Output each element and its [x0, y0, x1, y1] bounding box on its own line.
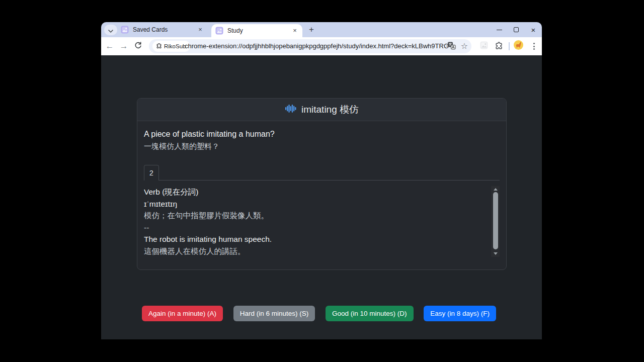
answer-panel: Verb (現在分詞) ɪˈmɪteɪtɪŋ 模仿；在句中指塑膠片假裝像人類。 … — [144, 186, 500, 257]
translate-icon — [447, 41, 456, 52]
new-tab-button[interactable]: + — [305, 24, 317, 36]
answer-tab-2[interactable]: 2 — [144, 165, 159, 180]
extensions-menu-button[interactable] — [494, 42, 503, 51]
bookmark-button[interactable]: ☆ — [460, 42, 469, 51]
answer-line-separator: -- — [144, 222, 487, 234]
extension-favicon-icon — [121, 26, 129, 34]
chevron-down-icon — [108, 26, 113, 35]
minimize-button[interactable] — [491, 22, 508, 37]
avatar-dog-icon — [514, 40, 523, 52]
tab-search-button[interactable] — [104, 25, 117, 35]
question-english: A piece of plastic imitating a human? — [144, 128, 500, 140]
flashcard: imitating 模仿 A piece of plastic imitatin… — [137, 98, 507, 270]
scrollbar-thumb[interactable] — [493, 192, 498, 249]
answer-line: 模仿；在句中指塑膠片假裝像人類。 — [144, 210, 487, 222]
easy-button[interactable]: Easy (in 8 days) (F) — [424, 306, 496, 321]
extension-favicon-icon — [215, 27, 223, 35]
reload-button[interactable] — [132, 40, 144, 52]
toolbar-divider — [509, 42, 510, 50]
answer-scrollbar[interactable] — [491, 186, 500, 257]
url-text[interactable]: chrome-extension://odpfjjhhblhjopebanigp… — [185, 39, 448, 53]
pinned-extension-button[interactable] — [479, 42, 489, 51]
question-chinese: 一塊模仿人類的塑料？ — [144, 140, 500, 152]
tab-title: Study — [227, 27, 291, 34]
profile-avatar[interactable] — [514, 41, 523, 51]
tab-bar-divider — [159, 165, 500, 180]
close-button[interactable]: × — [525, 22, 542, 37]
star-icon: ☆ — [461, 42, 468, 51]
triangle-down-icon — [494, 252, 498, 255]
maximize-icon — [514, 27, 519, 32]
answer-tab-bar: 2 — [144, 165, 500, 180]
puzzle-icon — [156, 43, 162, 50]
card-title: imitating 模仿 — [301, 103, 359, 116]
answer-line: Verb (現在分詞) — [144, 186, 487, 198]
maximize-button[interactable] — [508, 22, 525, 37]
browser-toolbar: ← → RikoSub chrome-extension://odpfjjhhb… — [101, 37, 542, 55]
hard-button[interactable]: Hard (in 6 minutes) (S) — [233, 306, 315, 321]
translate-button[interactable] — [447, 42, 456, 51]
close-icon: × — [531, 26, 536, 34]
kebab-icon — [533, 43, 535, 44]
tab-saved-cards[interactable]: Saved Cards × — [117, 22, 208, 37]
extension-chip-label: RikoSub — [164, 43, 186, 49]
tab-strip: Saved Cards × Study × + × — [101, 22, 542, 37]
browser-window: Saved Cards × Study × + × ← → — [101, 22, 542, 339]
image-extension-icon — [480, 41, 488, 51]
tab-study[interactable]: Study × — [211, 24, 302, 37]
forward-button[interactable]: → — [118, 40, 130, 52]
triangle-up-icon — [494, 188, 498, 191]
tab-close-icon[interactable]: × — [291, 27, 298, 34]
flashcard-header: imitating 模仿 — [137, 99, 506, 121]
flashcard-body: A piece of plastic imitating a human? 一塊… — [137, 121, 506, 257]
address-bar[interactable]: RikoSub chrome-extension://odpfjjhhblhjo… — [149, 39, 471, 53]
answer-line: The robot is imitating human speech. — [144, 233, 487, 245]
answer-line-ipa: ɪˈmɪteɪtɪŋ — [144, 198, 487, 210]
window-controls: × — [491, 22, 542, 37]
tab-close-icon[interactable]: × — [197, 26, 204, 33]
scroll-down-button[interactable] — [491, 250, 500, 257]
answer-line: 這個機器人在模仿人的講話。 — [144, 245, 487, 257]
minimize-icon — [497, 30, 502, 30]
browser-menu-button[interactable] — [530, 41, 537, 51]
desktop-background: Saved Cards × Study × + × ← → — [0, 0, 644, 362]
tab-title: Saved Cards — [133, 26, 197, 33]
good-button[interactable]: Good (in 10 minutes) (D) — [326, 306, 414, 321]
study-page: imitating 模仿 A piece of plastic imitatin… — [101, 55, 542, 339]
back-button[interactable]: ← — [104, 40, 116, 52]
reload-icon — [134, 41, 142, 52]
audio-waveform-icon[interactable] — [285, 104, 297, 116]
grade-button-row: Again (in a minute) (A) Hard (in 6 minut… — [142, 306, 496, 321]
again-button[interactable]: Again (in a minute) (A) — [142, 306, 223, 321]
puzzle-icon — [495, 41, 503, 52]
